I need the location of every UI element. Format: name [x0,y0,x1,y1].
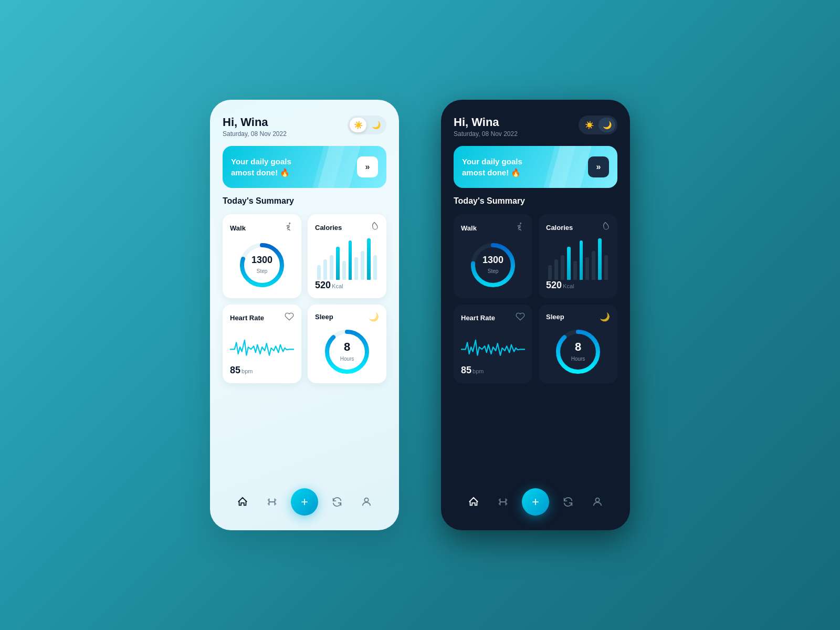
walk-progress-circle: 1300 Step [238,242,286,289]
dark-heartrate-card-title: Heart Rate [461,314,495,322]
nav-workout-button[interactable] [261,491,282,512]
dark-heartrate-unit: bpm [472,368,484,374]
dark-calories-unit: Kcal [563,283,574,289]
dark-nav-workout-button[interactable] [492,491,513,512]
sleep-circle-text: 8 Hours [340,340,354,362]
calories-bar-chart [315,238,379,280]
sleep-unit: Hours [340,356,354,362]
heartrate-value: 85 [230,365,240,375]
dark-bar-8 [592,251,595,280]
calories-card-header: Calories [315,222,379,233]
dark-walk-card-title: Walk [461,224,477,232]
nav-refresh-button[interactable] [327,491,348,512]
dark-calories-icon [601,222,610,233]
dark-heartrate-icon [516,312,525,323]
heartrate-unit: bpm [242,368,253,374]
bar-9-highlight [367,238,371,280]
dark-nav-add-button[interactable]: + [522,488,549,516]
walk-icon [284,222,294,234]
dark-walk-circle-container: 1300 Step [461,242,525,289]
sleep-card: Sleep 🌙 [308,304,386,383]
dark-banner-arrow-button[interactable]: » [588,156,609,177]
dark-sleep-card: Sleep 🌙 8 Hours [539,304,617,383]
dark-bar-3 [561,255,564,280]
walk-circle-container: 1300 Step [230,242,294,289]
dark-greeting-name: Hi, Wina [454,116,518,129]
summary-grid: Walk [223,214,386,383]
light-mode-button[interactable]: ☀️ [350,118,366,132]
sleep-progress-circle: 8 Hours [323,328,371,375]
bottom-nav-dark: + [454,480,617,520]
dark-sleep-progress-circle: 8 Hours [554,328,602,375]
calories-card-title: Calories [315,224,342,232]
nav-home-button[interactable] [232,491,253,512]
heartrate-icon [285,312,294,323]
dark-bar-1 [548,265,552,280]
walk-card-header: Walk [230,222,294,234]
bar-7 [354,257,358,280]
dark-heartrate-chart [461,329,525,365]
theme-toggle[interactable]: ☀️ 🌙 [348,116,386,134]
daily-goals-banner[interactable]: Your daily goalsamost done! 🔥 » [223,146,386,188]
header: Hi, Wina Saturday, 08 Nov 2022 ☀️ 🌙 [223,116,386,138]
dark-theme-toggle[interactable]: ☀️ 🌙 [579,116,617,134]
dark-calories-card: Calories 520Kcal [539,214,617,298]
nav-add-button[interactable]: + [291,488,318,516]
dark-sleep-icon: 🌙 [600,312,610,322]
dark-calories-value: 520 [546,280,562,290]
dark-light-mode-button[interactable]: ☀️ [581,118,597,132]
dark-bar-6-highlight [580,240,583,280]
dark-walk-card-header: Walk [461,222,525,234]
dark-summary-section-title: Today's Summary [454,196,617,206]
walk-card: Walk [223,214,301,298]
heartrate-footer: 85bpm [230,365,294,376]
heartrate-chart [230,329,294,365]
dark-calories-card-header: Calories [546,222,610,233]
dark-sleep-unit: Hours [571,356,585,362]
dark-greeting-block: Hi, Wina Saturday, 08 Nov 2022 [454,116,518,138]
phone-light: Hi, Wina Saturday, 08 Nov 2022 ☀️ 🌙 Your… [210,100,399,530]
dark-nav-refresh-button[interactable] [558,491,579,512]
dark-sleep-card-title: Sleep [546,313,564,321]
dark-mode-button[interactable]: 🌙 [368,118,384,132]
dark-sleep-card-header: Sleep 🌙 [546,312,610,322]
bar-5 [342,261,346,280]
dark-bar-9-highlight [598,238,602,280]
svg-point-9 [595,498,599,502]
dark-greeting-date: Saturday, 08 Nov 2022 [454,130,518,138]
dark-walk-unit: Step [488,268,499,274]
bar-4-highlight [336,247,340,280]
sleep-value: 8 [340,340,354,353]
bar-3 [330,255,333,280]
dark-dark-mode-button[interactable]: 🌙 [598,118,615,132]
dark-walk-progress-circle: 1300 Step [469,242,517,289]
phone-dark: Hi, Wina Saturday, 08 Nov 2022 ☀️ 🌙 Your… [441,100,630,530]
dark-heartrate-card: Heart Rate 85bpm [454,304,532,383]
heartrate-card: Heart Rate 85bpm [223,304,301,383]
heartrate-waveform [230,331,294,363]
dark-heartrate-value: 85 [461,365,471,375]
banner-text: Your daily goalsamost done! 🔥 [231,156,291,178]
dark-banner-text: Your daily goalsamost done! 🔥 [462,156,522,178]
dark-daily-goals-banner[interactable]: Your daily goalsamost done! 🔥 » [454,146,617,188]
dark-nav-home-button[interactable] [463,491,484,512]
bottom-nav-light: + [223,482,386,520]
sleep-card-header: Sleep 🌙 [315,312,379,322]
dark-bar-10 [604,255,608,280]
sleep-card-title: Sleep [315,313,333,321]
heartrate-card-title: Heart Rate [230,314,264,322]
banner-arrow-button[interactable]: » [357,156,378,177]
dark-nav-profile-button[interactable] [587,491,608,512]
calories-value: 520 [315,280,331,290]
nav-profile-button[interactable] [356,491,377,512]
calories-card: Calories 520Kcal [308,214,386,298]
greeting-name: Hi, Wina [223,116,287,129]
bar-8 [361,251,364,280]
dark-bar-5 [573,261,577,280]
walk-value: 1300 [251,255,272,266]
heartrate-card-header: Heart Rate [230,312,294,323]
svg-point-4 [364,498,368,502]
dark-calories-card-title: Calories [546,224,573,232]
dark-sleep-value: 8 [571,340,585,353]
dark-heartrate-card-header: Heart Rate [461,312,525,323]
